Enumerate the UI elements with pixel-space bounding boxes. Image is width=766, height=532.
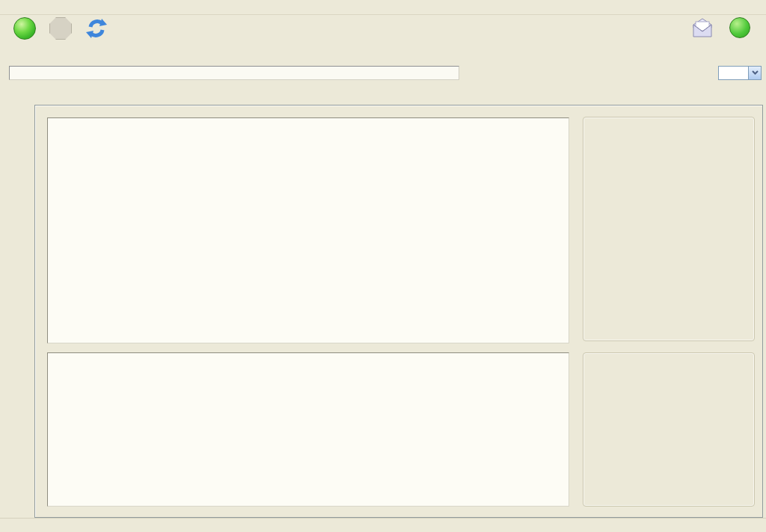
toolbar [0,15,766,61]
combo-dropdown-button[interactable] [748,67,761,79]
start-icon [13,17,36,40]
non-pvc-volume-chart [47,352,569,507]
help-icon [729,17,750,38]
doppler-analysis-value [719,67,748,79]
contact-artium-button[interactable] [684,17,721,40]
pvc-volume-chart [47,117,569,343]
envelope-icon [690,17,715,38]
stop-icon [49,17,72,40]
start-button[interactable] [7,17,42,42]
application-window [0,0,766,532]
tab-strip [34,88,763,105]
doppler-analysis-select[interactable] [718,66,762,80]
tab-page-pdi-volume [34,105,763,518]
non-pvc-stats-groupbox [583,352,755,507]
help-button[interactable] [723,17,757,40]
status-bar [0,518,766,532]
main-area [0,82,766,519]
location-bar [0,63,766,82]
stop-button[interactable] [43,17,78,42]
menu-bar [0,0,766,15]
reload-button[interactable] [79,17,114,42]
reload-icon [85,17,108,40]
location-input[interactable] [9,66,459,80]
tab-control [34,88,763,518]
chevron-down-icon [752,70,759,75]
pvc-stats-groupbox [583,117,755,341]
